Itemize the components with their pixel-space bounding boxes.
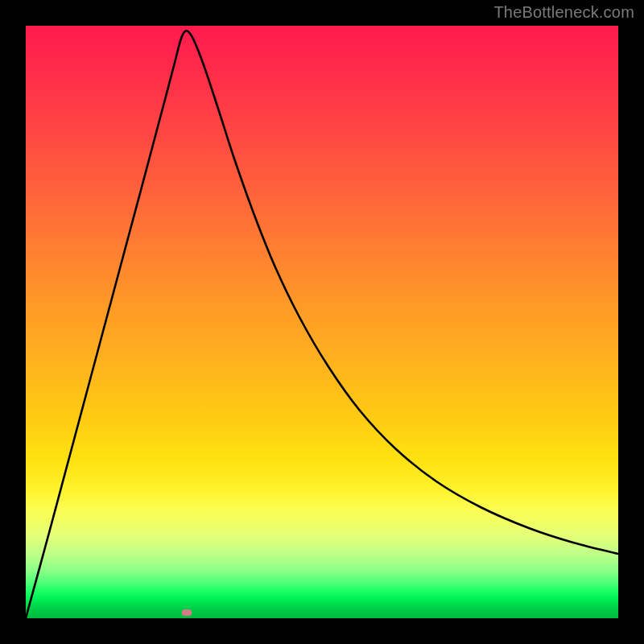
optimum-marker	[182, 609, 192, 616]
curve-layer	[26, 26, 618, 618]
chart-frame: TheBottleneck.com	[0, 0, 644, 644]
bottleneck-curve	[26, 31, 618, 618]
watermark-text: TheBottleneck.com	[493, 3, 634, 22]
plot-area	[26, 26, 618, 618]
